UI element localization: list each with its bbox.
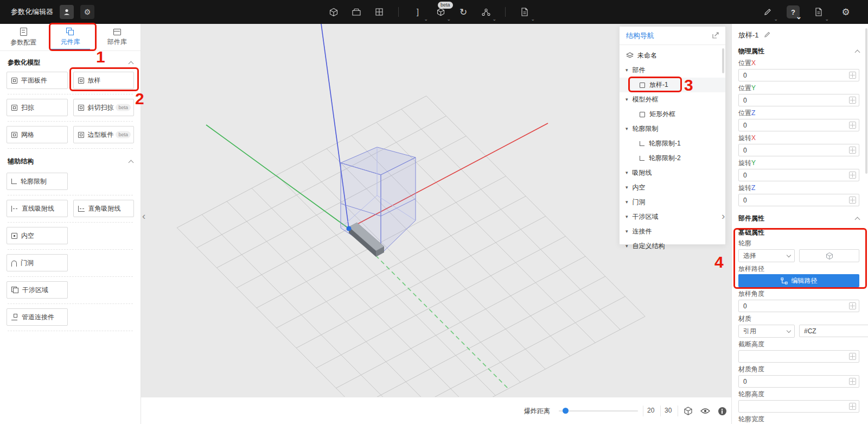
part-properties-header[interactable]: 部件属性 — [738, 213, 859, 224]
position-y-value[interactable] — [743, 97, 849, 104]
profile-preview-box[interactable] — [799, 249, 859, 262]
export-document-icon[interactable]: ⌄ — [516, 4, 533, 20]
aux-button-interference-zone[interactable]: 干涉区域 — [7, 281, 68, 299]
formula-icon[interactable] — [849, 122, 856, 129]
scrollbar-thumb[interactable] — [865, 28, 867, 174]
document-icon[interactable]: ⌄ — [810, 4, 827, 20]
formula-icon[interactable] — [849, 403, 856, 410]
share-graph-icon[interactable]: ⌄ — [478, 4, 494, 20]
cut-height-input[interactable] — [738, 350, 859, 363]
model-button-plane-panel[interactable]: 平面板件 — [7, 72, 68, 89]
formula-icon[interactable] — [849, 378, 856, 385]
tree-item-profile-limit-2[interactable]: 轮廓限制-2 — [620, 151, 725, 166]
chevron-down-icon[interactable]: ▾ — [626, 214, 628, 219]
tree-group-inner-void[interactable]: ▾ 内空 — [620, 180, 725, 195]
tab-parameter-config[interactable]: 参数配置 — [0, 24, 47, 50]
loft-wireframe-box[interactable] — [341, 147, 416, 254]
tree-group-snap-lines[interactable]: ▾ 吸附线 — [620, 166, 725, 180]
component-box-icon[interactable] — [348, 4, 365, 20]
dropdown-caret-icon[interactable]: ⌄ — [796, 13, 802, 20]
tab-part-library[interactable]: 部件库 — [94, 24, 141, 50]
collapse-left-panel-chevron[interactable]: ‹ — [142, 211, 145, 221]
chevron-up-icon[interactable] — [855, 217, 860, 222]
aux-button-inner-void[interactable]: 内空 — [7, 227, 68, 244]
position-z-input[interactable] — [738, 119, 859, 131]
edit-pencil-icon[interactable]: ⌄ — [760, 4, 776, 20]
tree-item-loft-1[interactable]: 放样-1 — [620, 78, 725, 92]
slider-handle[interactable] — [563, 408, 569, 414]
bracket-tool-icon[interactable]: ] ⌄ — [410, 4, 426, 20]
tree-group-parts[interactable]: ▾ 部件 — [620, 63, 725, 78]
material-ref-input[interactable] — [799, 325, 868, 337]
popout-icon[interactable] — [712, 31, 719, 41]
user-avatar[interactable] — [60, 5, 74, 19]
loft-angle-value[interactable] — [743, 302, 849, 310]
chevron-down-icon[interactable]: ▾ — [626, 244, 628, 249]
formula-icon[interactable] — [849, 97, 856, 104]
aux-button-profile-limit[interactable]: 轮廓限制 — [7, 173, 68, 190]
material-angle-value[interactable] — [743, 378, 849, 385]
tree-group-door-opening[interactable]: ▾ 门洞 — [620, 195, 725, 210]
info-icon[interactable] — [716, 405, 728, 417]
rotation-y-input[interactable] — [738, 169, 859, 181]
chevron-down-icon[interactable]: ▾ — [626, 200, 628, 205]
rotation-z-value[interactable] — [743, 197, 849, 204]
beta-model-tool-icon[interactable]: beta ⌄ — [432, 4, 449, 20]
model-button-sweep[interactable]: 扫掠 — [7, 99, 68, 116]
tree-item-profile-limit-1[interactable]: 轮廓限制-1 — [620, 136, 725, 151]
formula-icon[interactable] — [849, 302, 856, 309]
tab-component-library[interactable]: 元件库 — [47, 24, 93, 50]
scrollbar-thumb[interactable] — [722, 48, 724, 73]
settings-gear-icon[interactable]: ⚙ — [838, 4, 854, 20]
assembly-cube-icon[interactable] — [326, 4, 342, 20]
grid-size-20[interactable]: 20 — [647, 407, 654, 414]
tree-root-unnamed[interactable]: 未命名 — [620, 48, 725, 63]
chevron-down-icon[interactable]: ▾ — [626, 170, 628, 175]
profile-height-value[interactable] — [743, 403, 849, 410]
help-button[interactable]: ? ⌄ — [787, 5, 800, 18]
position-z-value[interactable] — [743, 122, 849, 129]
history-icon[interactable]: ↻ — [455, 4, 471, 20]
aux-button-pipe-connector[interactable]: 管道连接件 — [7, 308, 68, 326]
formula-icon[interactable] — [849, 353, 856, 360]
tree-group-custom-structure[interactable]: ▾ 自定义结构 — [620, 239, 725, 254]
dropdown-caret-icon[interactable]: ⌄ — [774, 17, 778, 22]
dropdown-caret-icon[interactable]: ⌄ — [531, 17, 535, 22]
cube-view-icon[interactable] — [682, 405, 694, 417]
aux-button-right-angle-snap[interactable]: 直角吸附线 — [73, 200, 135, 217]
formula-icon[interactable] — [849, 72, 856, 79]
tree-group-model-frame[interactable]: ▾ 模型外框 — [620, 92, 725, 107]
material-angle-input[interactable] — [738, 375, 859, 388]
dropdown-caret-icon[interactable]: ⌄ — [825, 17, 829, 22]
rotation-x-input[interactable] — [738, 144, 859, 156]
position-x-value[interactable] — [743, 72, 849, 79]
rotation-y-value[interactable] — [743, 172, 849, 179]
chevron-up-icon[interactable] — [129, 160, 134, 165]
aux-button-line-snap[interactable]: 直线吸附线 — [7, 200, 68, 217]
tree-group-interference-zone[interactable]: ▾ 干涉区域 — [620, 210, 725, 224]
chevron-down-icon[interactable]: ▾ — [626, 229, 628, 234]
model-button-edge-panel[interactable]: 边型板件 beta — [73, 126, 135, 143]
chevron-down-icon[interactable]: ▾ — [626, 126, 628, 131]
rename-pencil-icon[interactable] — [764, 31, 771, 40]
workspace-gear-button[interactable]: ⚙ — [80, 5, 94, 19]
dropdown-caret-icon[interactable]: ⌄ — [446, 17, 451, 22]
chevron-up-icon[interactable] — [855, 49, 860, 55]
tree-group-profile-limit[interactable]: ▾ 轮廓限制 — [620, 122, 725, 136]
model-button-mesh[interactable]: 网格 — [7, 126, 68, 143]
profile-height-input[interactable] — [738, 400, 859, 413]
explode-distance-slider[interactable] — [559, 410, 638, 412]
collapse-right-panel-chevron[interactable]: › — [722, 211, 725, 221]
dropdown-caret-icon[interactable]: ⌄ — [492, 17, 496, 22]
grid-tool-icon[interactable] — [371, 4, 387, 20]
loft-angle-input[interactable] — [738, 300, 859, 312]
model-button-miter-sweep[interactable]: 斜切扫掠 beta — [73, 99, 135, 116]
chevron-up-icon[interactable] — [129, 61, 134, 66]
chevron-down-icon[interactable]: ▾ — [626, 185, 628, 190]
dropdown-caret-icon[interactable]: ⌄ — [424, 17, 428, 22]
tree-group-connectors[interactable]: ▾ 连接件 — [620, 224, 725, 239]
edit-path-button[interactable]: 编辑路径 — [738, 274, 859, 287]
material-select[interactable]: 引用 — [738, 325, 795, 338]
origin-point[interactable] — [347, 226, 352, 231]
section-parametric-models[interactable]: 参数化模型 — [8, 58, 133, 67]
